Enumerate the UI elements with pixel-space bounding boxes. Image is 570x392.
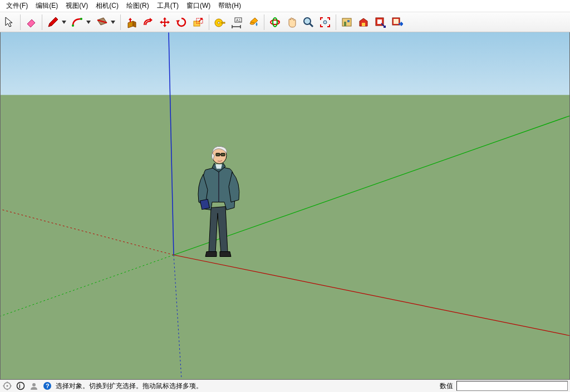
svg-point-9 (250, 22, 254, 24)
measurement-input[interactable] (456, 381, 568, 391)
svg-line-27 (174, 255, 181, 379)
svg-point-38 (32, 383, 36, 386)
svg-rect-6 (222, 22, 225, 23)
pushpull-tool[interactable] (123, 14, 140, 31)
dimension-tool[interactable]: A1 (228, 14, 245, 31)
credits-icon[interactable]: i (16, 381, 26, 391)
rectangle-icon (96, 16, 108, 28)
svg-line-25 (174, 255, 569, 336)
svg-line-24 (1, 255, 174, 316)
svg-point-36 (17, 383, 24, 390)
offset-tool[interactable] (140, 14, 156, 31)
paintbucket-tool[interactable] (245, 14, 262, 31)
svg-rect-28 (200, 199, 209, 210)
toolbar-separator (264, 14, 264, 30)
svg-line-22 (169, 33, 174, 255)
svg-text:A1: A1 (236, 18, 241, 22)
send-icon (391, 16, 403, 28)
svg-point-1 (80, 18, 82, 20)
toolbar-separator (336, 14, 336, 30)
svg-rect-15 (344, 22, 346, 26)
svg-rect-17 (362, 23, 365, 26)
svg-rect-32 (221, 153, 225, 156)
eraser-tool[interactable] (23, 14, 40, 31)
toolbar-separator (209, 14, 209, 30)
chevron-down-icon (86, 20, 91, 24)
move-icon (159, 16, 171, 28)
arc-icon (71, 16, 83, 28)
chevron-down-icon (62, 20, 66, 24)
svg-point-11 (273, 18, 277, 27)
menu-help[interactable]: 帮助(H) (214, 0, 245, 12)
layout-tool[interactable] (372, 14, 389, 31)
zoom-icon (302, 16, 315, 28)
menu-view[interactable]: 视图(V) (62, 0, 92, 12)
svg-point-35 (7, 385, 8, 387)
toolbar-separator (42, 14, 42, 30)
geolocation-icon[interactable] (2, 381, 12, 391)
svg-text:?: ? (46, 383, 50, 389)
orbit-icon (269, 16, 281, 28)
svg-rect-21 (394, 19, 399, 24)
user-icon[interactable] (29, 381, 39, 391)
extension-warehouse-tool[interactable] (355, 14, 372, 31)
svg-rect-31 (216, 153, 220, 156)
rotate-tool[interactable] (173, 14, 190, 31)
svg-point-5 (218, 22, 220, 24)
extension-icon (357, 16, 370, 28)
menu-file[interactable]: 文件(F) (2, 0, 32, 12)
move-tool[interactable] (156, 14, 173, 31)
warehouse-icon (341, 16, 353, 28)
pencil-icon (47, 16, 59, 28)
pan-tool[interactable] (283, 14, 300, 31)
arc-dropdown[interactable] (86, 14, 91, 31)
dimension-icon: A1 (230, 16, 243, 28)
pencil-dropdown[interactable] (61, 14, 67, 31)
zoom-tool[interactable] (300, 14, 317, 31)
toolbar-separator (120, 14, 121, 30)
svg-point-0 (72, 24, 74, 27)
menu-edit[interactable]: 编辑(E) (32, 0, 62, 12)
menu-window[interactable]: 窗口(W) (183, 0, 214, 12)
offset-icon (142, 16, 154, 28)
menu-camera[interactable]: 相机(C) (92, 0, 122, 12)
scale-tool[interactable] (190, 14, 207, 31)
send-to-layout-tool[interactable] (389, 14, 405, 31)
layout-icon (374, 16, 386, 28)
svg-rect-14 (342, 18, 351, 26)
svg-point-13 (323, 21, 327, 24)
menu-draw[interactable]: 绘图(R) (122, 0, 153, 12)
tape-icon (214, 16, 226, 28)
toolbar-separator (20, 14, 21, 30)
arc-tool[interactable] (69, 14, 86, 31)
eraser-icon (25, 16, 37, 28)
status-hint: 选择对象。切换到扩充选择。拖动鼠标选择多项。 (56, 381, 436, 391)
scene-canvas (1, 32, 569, 379)
chevron-down-icon (111, 20, 115, 24)
cursor-icon (3, 16, 16, 28)
warehouse-tool[interactable] (338, 14, 355, 31)
menu-bar: 文件(F) 编辑(E) 视图(V) 相机(C) 绘图(R) 工具(T) 窗口(W… (0, 0, 570, 12)
help-icon[interactable]: ? (42, 381, 52, 391)
viewport-3d[interactable] (0, 32, 570, 380)
status-bar: i ? 选择对象。切换到扩充选择。拖动鼠标选择多项。 数值 (0, 380, 570, 392)
toolbar: A1 (0, 12, 570, 32)
orbit-tool[interactable] (267, 14, 283, 31)
rectangle-tool[interactable] (94, 14, 110, 31)
svg-rect-16 (347, 20, 350, 22)
hand-icon (286, 16, 298, 28)
pencil-tool[interactable] (45, 14, 61, 31)
pushpull-icon (125, 16, 137, 28)
svg-text:i: i (19, 383, 21, 389)
shape-dropdown[interactable] (110, 14, 116, 31)
menu-tools[interactable]: 工具(T) (153, 0, 183, 12)
zoom-extents-icon (319, 16, 331, 28)
paintbucket-icon (247, 16, 259, 28)
select-tool[interactable] (1, 14, 18, 31)
tape-tool[interactable] (212, 14, 228, 31)
scale-figure[interactable] (198, 146, 239, 256)
status-value-label: 数值 (440, 381, 453, 391)
zoom-extents-tool[interactable] (317, 14, 333, 31)
rotate-icon (175, 16, 188, 28)
svg-rect-19 (377, 19, 382, 24)
